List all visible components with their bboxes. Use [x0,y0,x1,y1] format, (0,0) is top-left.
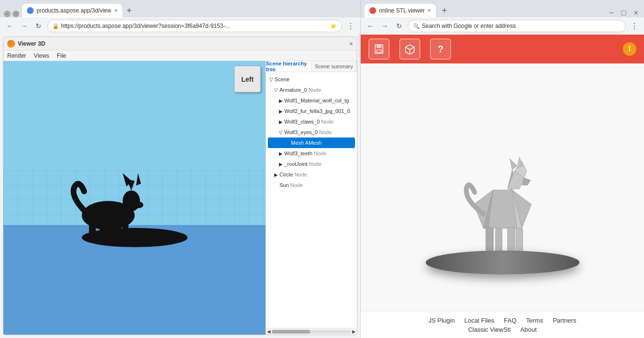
stl-save-btn[interactable] [368,38,390,60]
right-forward-btn[interactable]: → [379,20,391,32]
right-tab-close[interactable]: × [428,7,431,14]
toggle-scene[interactable]: ▽ [268,77,275,82]
toggle-wolf3-claws[interactable]: ▶ [278,119,284,125]
minimize-btn[interactable]: − [4,11,11,17]
address-bar-row: ← → ↻ 🔒 https://products.aspose.app/3d/v… [0,17,360,35]
right-browser-menu-btn[interactable]: ⋮ [629,20,640,32]
right-tab-bar: online STL viewer × + − □ × [361,0,644,17]
right-active-tab[interactable]: online STL viewer × [365,4,436,17]
tree-wolf3-teeth[interactable]: ▶ Wolf3_teeth Node [266,148,357,159]
footer-faq[interactable]: FAQ [504,317,517,324]
tree-circle[interactable]: ▶ Circle Node [266,169,357,180]
viewer3d-content: Left [3,61,357,335]
active-tab[interactable]: products.aspose.app/3d/view × [22,4,122,17]
tree-wolf3-claws[interactable]: ▶ Wolf3_claws_0 Node [266,116,357,127]
viewer3d-titlebar: Viewer 3D × [3,37,357,50]
stl-footer-links-row1: JS Plugin Local Files FAQ Terms Partners [370,317,634,324]
right-minimize-btn[interactable]: − [607,9,616,17]
stl-help-btn[interactable]: ? [430,38,451,60]
scene-tabs: Scene hierarchy tree Scene summary [266,61,357,72]
tree-scene[interactable]: ▽ Scene [266,74,357,85]
footer-local-files[interactable]: Local Files [465,317,494,324]
tab-scene-summary[interactable]: Scene summary [312,61,357,72]
tab-close-btn[interactable]: × [114,7,117,14]
right-window-controls: − □ × [607,9,640,17]
menu-file[interactable]: File [57,52,66,59]
svg-marker-8 [136,173,141,186]
tree-wolf3-eyes[interactable]: ▽ Wolf3_eyes_0 Node [266,127,357,138]
footer-js-plugin[interactable]: JS Plugin [429,317,455,324]
tree-wolf1[interactable]: ▶ Wolf1_Material_wolf_col_tg [266,95,357,106]
svg-point-5 [123,190,140,212]
right-tab-title: online STL viewer [379,7,425,14]
svg-rect-30 [516,228,523,251]
svg-rect-27 [486,227,493,251]
footer-terms[interactable]: Terms [526,317,543,324]
new-tab-btn[interactable]: + [122,4,136,17]
tab-scene-hierarchy[interactable]: Scene hierarchy tree [266,61,312,72]
forward-btn[interactable]: → [18,20,30,32]
svg-rect-28 [495,228,502,251]
viewer3d-close-btn[interactable]: × [349,40,353,48]
left-browser: − □ products.aspose.app/3d/view × + ← → … [0,0,361,338]
scroll-right-btn[interactable]: ▶ [352,329,356,334]
viewer3d-menu: Render Views File [3,50,357,61]
tree-mesh-amesh[interactable]: Mesh AMesh [268,138,355,148]
toggle-wolf2[interactable]: ▶ [278,109,284,114]
tree-armature[interactable]: ▽ Armature_0 Node [266,85,357,95]
tree-sun[interactable]: Sun Node [266,180,357,190]
maximize-btn[interactable]: □ [13,11,19,17]
tree-rootjoint[interactable]: ▶ _rootJoint Node [266,159,357,169]
scene-scrollbar[interactable]: ◀ ▶ [266,328,357,335]
footer-about[interactable]: About [520,326,537,333]
right-refresh-btn[interactable]: ↻ [393,20,405,32]
right-new-tab-btn[interactable]: + [438,4,451,17]
refresh-btn[interactable]: ↻ [33,20,44,32]
nav-cube[interactable]: Left [234,66,261,92]
back-btn[interactable]: ← [4,20,15,32]
menu-views[interactable]: Views [34,52,49,59]
toggle-rootjoint[interactable]: ▶ [278,162,284,167]
right-address-bar[interactable]: 🔍 Search with Google or enter address [408,20,626,32]
scroll-thumb [272,330,310,334]
viewport-3d[interactable]: Left [3,61,265,335]
right-chrome: online STL viewer × + − □ × ← → ↻ 🔍 Sear… [361,0,644,35]
stl-cube-btn[interactable] [399,38,420,60]
toggle-armature[interactable]: ▽ [273,88,279,93]
svg-rect-29 [507,227,515,251]
menu-render[interactable]: Render [7,52,26,59]
svg-marker-17 [474,190,531,228]
svg-line-14 [405,47,410,50]
right-back-btn[interactable]: ← [365,20,376,32]
svg-point-9 [134,201,143,208]
scene-tree: ▽ Scene ▽ Armature_0 Node ▶ Wolf1_Materi… [266,72,357,328]
wolf-model-right [435,132,570,267]
stl-footer-links-row2: Classic ViewStl About [370,326,634,333]
footer-partners[interactable]: Partners [553,317,576,324]
toggle-wolf1[interactable]: ▶ [278,98,284,103]
tab-favicon [27,7,34,14]
svg-line-15 [410,47,414,50]
footer-classic-viewstl[interactable]: Classic ViewStl [468,326,511,333]
toggle-wolf3-eyes[interactable]: ▽ [278,130,284,135]
tree-wolf2[interactable]: ▶ Wolf2_fur_fella3_jpg_001_0 [266,106,357,116]
right-close-btn[interactable]: × [632,9,640,17]
stl-info-btn[interactable]: i [623,42,636,56]
stl-viewport[interactable] [361,63,644,312]
address-bar[interactable]: 🔒 https://products.aspose.app/3d/viewer?… [47,20,342,32]
browser-menu-btn[interactable]: ⋮ [345,20,356,32]
svg-rect-11 [377,45,381,48]
address-text: https://products.aspose.app/3d/viewer?se… [61,23,328,29]
wolf-platform-left [82,228,188,247]
tab-title: products.aspose.app/3d/view [37,7,111,14]
scroll-left-btn[interactable]: ◀ [267,329,271,334]
toggle-circle[interactable]: ▶ [273,172,279,177]
viewer3d-title: Viewer 3D [18,40,349,47]
toggle-wolf3-teeth[interactable]: ▶ [278,151,284,156]
window-controls: − □ [4,11,19,17]
right-maximize-btn[interactable]: □ [619,9,628,17]
right-browser: online STL viewer × + − □ × ← → ↻ 🔍 Sear… [361,0,644,338]
stl-platform [426,250,580,275]
viewer3d-app-icon [7,40,15,48]
scroll-track [272,330,351,334]
